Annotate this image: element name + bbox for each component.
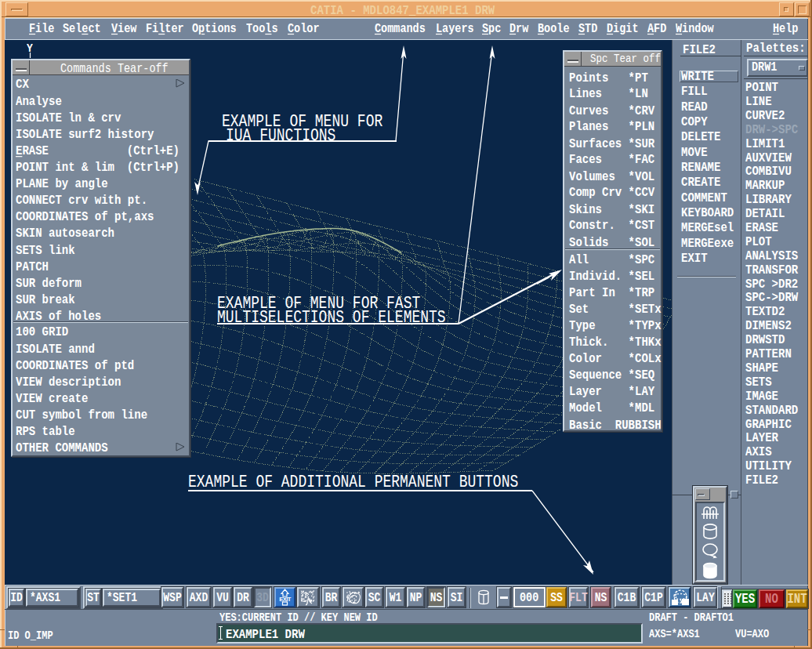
svg-text:EXIT: EXIT [279,596,292,603]
